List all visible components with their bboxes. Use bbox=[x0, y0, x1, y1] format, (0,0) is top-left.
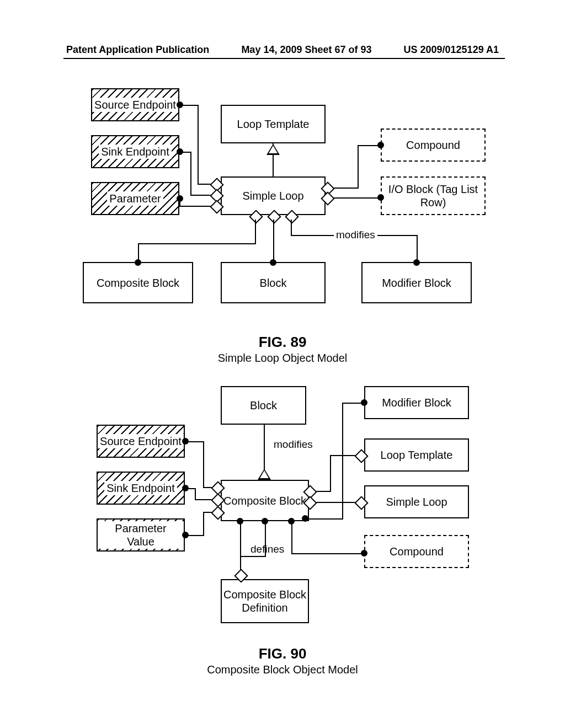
header-divider bbox=[63, 58, 505, 59]
loop-template90-box: Loop Template bbox=[364, 438, 469, 472]
header-center: May 14, 2009 Sheet 67 of 93 bbox=[241, 44, 371, 56]
modifies-label-89: modifies bbox=[334, 229, 377, 241]
source-endpoint90-box: Source Endpoint bbox=[97, 425, 185, 458]
loop-template90-label: Loop Template bbox=[381, 448, 453, 462]
header-left: Patent Application Publication bbox=[66, 44, 209, 56]
header-right: US 2009/0125129 A1 bbox=[404, 44, 499, 56]
defines-label: defines bbox=[248, 543, 286, 555]
sink-endpoint90-box: Sink Endpoint bbox=[97, 472, 185, 505]
loop-template-label: Loop Template bbox=[237, 117, 310, 131]
composite-block90-label: Composite Block bbox=[223, 494, 306, 507]
modifier-block90-box: Modifier Block bbox=[364, 386, 469, 419]
block90-box: Block bbox=[221, 386, 306, 425]
sink-endpoint-label: Sink Endpoint bbox=[99, 144, 171, 159]
loop-template-box: Loop Template bbox=[221, 105, 326, 143]
block90-label: Block bbox=[250, 399, 277, 412]
modifier-block90-label: Modifier Block bbox=[382, 396, 451, 409]
io-block-label: I/O Block (Tag List Row) bbox=[382, 183, 484, 209]
composite-block-def-label: Composite Block Definition bbox=[222, 588, 308, 614]
sink-endpoint90-label: Sink Endpoint bbox=[104, 481, 177, 495]
modifier-block-label: Modifier Block bbox=[382, 276, 451, 290]
composite-block-box: Composite Block bbox=[83, 262, 193, 303]
simple-loop90-label: Simple Loop bbox=[386, 495, 447, 508]
simple-loop90-box: Simple Loop bbox=[364, 485, 469, 518]
compound-label: Compound bbox=[406, 138, 460, 152]
compound-box: Compound bbox=[381, 129, 486, 162]
composite-block90-box: Composite Block bbox=[221, 480, 309, 521]
fig89-caption: FIG. 89 Simple Loop Object Model bbox=[0, 334, 565, 365]
io-block-box: I/O Block (Tag List Row) bbox=[381, 176, 486, 215]
compound90-label: Compound bbox=[390, 545, 444, 558]
simple-loop-label: Simple Loop bbox=[242, 189, 303, 202]
compound90-box: Compound bbox=[364, 535, 469, 568]
parameter-value90-label: Parameter Value bbox=[98, 521, 184, 549]
sink-endpoint-box: Sink Endpoint bbox=[91, 135, 179, 168]
source-endpoint90-label: Source Endpoint bbox=[98, 434, 184, 448]
block-box: Block bbox=[221, 262, 326, 303]
page: Patent Application Publication May 14, 2… bbox=[0, 0, 565, 728]
source-endpoint-label: Source Endpoint bbox=[92, 98, 178, 112]
fig89-number: FIG. 89 bbox=[0, 334, 565, 351]
modifier-block-box: Modifier Block bbox=[361, 262, 472, 303]
composite-block-def-box: Composite Block Definition bbox=[221, 579, 309, 623]
parameter-box: Parameter bbox=[91, 182, 179, 215]
source-endpoint-box: Source Endpoint bbox=[91, 88, 179, 121]
fig90-caption: FIG. 90 Composite Block Object Model bbox=[0, 645, 565, 676]
block-label: Block bbox=[260, 276, 287, 290]
simple-loop-box: Simple Loop bbox=[221, 176, 326, 215]
fig90-number: FIG. 90 bbox=[0, 645, 565, 662]
parameter-value90-box: Parameter Value bbox=[97, 518, 185, 552]
modifies-label-90: modifies bbox=[271, 438, 315, 451]
fig90-title: Composite Block Object Model bbox=[0, 663, 565, 676]
fig89-title: Simple Loop Object Model bbox=[0, 352, 565, 365]
page-header: Patent Application Publication May 14, 2… bbox=[0, 44, 565, 56]
parameter-label: Parameter bbox=[107, 191, 163, 206]
composite-block-label: Composite Block bbox=[97, 276, 179, 290]
